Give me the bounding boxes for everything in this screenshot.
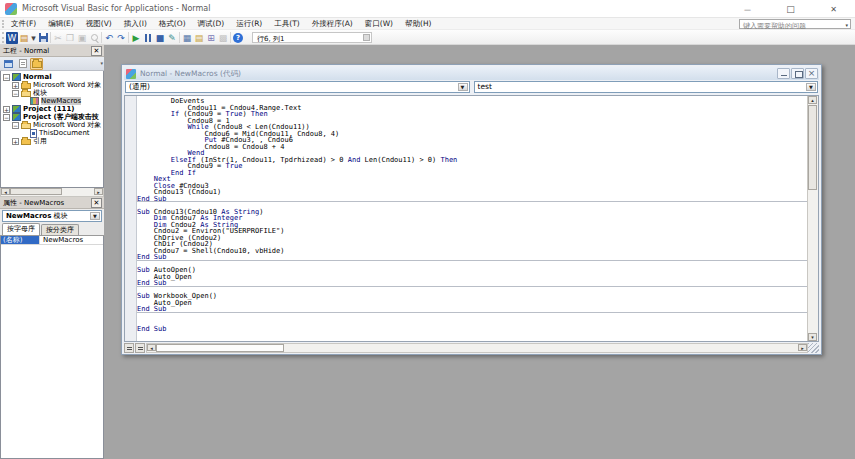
- properties-window-icon[interactable]: ▤: [193, 32, 205, 44]
- tree-item[interactable]: NewMacros: [1, 97, 103, 105]
- scroll-left-icon[interactable]: ◂: [1, 188, 10, 195]
- view-code-button[interactable]: [2, 58, 15, 70]
- toggle-folders-button[interactable]: [30, 58, 43, 70]
- collapse-icon[interactable]: −: [12, 90, 19, 97]
- redo-icon[interactable]: ↷: [115, 32, 127, 44]
- margin-indicator-bar[interactable]: [125, 96, 137, 341]
- tree-item-label: NewMacros: [41, 97, 81, 105]
- procedure-combo-value: test: [478, 82, 492, 91]
- property-name-cell[interactable]: (名称): [1, 236, 39, 244]
- tree-item[interactable]: −模块: [1, 89, 103, 97]
- help-search-box[interactable]: 键入需要帮助的问题 ▾: [739, 19, 851, 29]
- undo-icon[interactable]: ↶: [103, 32, 115, 44]
- find-icon[interactable]: [88, 32, 100, 44]
- property-row[interactable]: (名称)NewMacros: [1, 236, 103, 245]
- scroll-right-icon[interactable]: ▸: [798, 344, 807, 351]
- expand-icon[interactable]: +: [12, 138, 19, 145]
- insert-userform-icon[interactable]: ▤: [18, 32, 30, 44]
- collapse-icon[interactable]: −: [12, 122, 19, 129]
- menu-item-5[interactable]: 调试(D): [192, 18, 231, 30]
- scroll-up-icon[interactable]: ▴: [808, 96, 817, 104]
- panel-toolbar-overflow-icon[interactable]: ▾: [100, 60, 103, 66]
- design-mode-icon[interactable]: ✎: [166, 32, 178, 44]
- project-tree-hscrollbar[interactable]: ◂ ▸: [0, 188, 104, 197]
- minimize-button[interactable]: [726, 0, 769, 18]
- toolbar-grip[interactable]: [2, 32, 4, 43]
- hscroll-thumb[interactable]: [10, 188, 62, 195]
- toolbar-options-nub[interactable]: [363, 34, 370, 41]
- menu-item-2[interactable]: 视图(V): [80, 18, 118, 30]
- view-code-icon: [4, 60, 13, 68]
- save-icon[interactable]: [37, 32, 49, 44]
- object-selector-combo[interactable]: NewMacros 模块 ▼: [2, 210, 102, 222]
- code-window-titlebar[interactable]: Normal - NewMacros (代码): [124, 67, 819, 80]
- properties-tab-1[interactable]: 按分类序: [41, 224, 79, 235]
- tree-item[interactable]: +Microsoft Word 对象: [1, 81, 103, 89]
- code-window-minimize-icon[interactable]: [777, 68, 790, 79]
- expand-icon[interactable]: +: [12, 82, 19, 89]
- procedure-combo-dropdown-icon[interactable]: ▼: [806, 83, 816, 91]
- procedure-combo[interactable]: test ▼: [474, 81, 819, 93]
- vscroll-thumb[interactable]: [808, 105, 817, 190]
- menu-item-4[interactable]: 格式(O): [153, 18, 192, 30]
- object-combo[interactable]: (通用) ▼: [125, 81, 470, 93]
- code-window-bottom-bar: ◂ ▸: [124, 342, 819, 354]
- collapse-icon[interactable]: −: [3, 114, 10, 121]
- properties-panel: 属性 - NewMacros NewMacros 模块 ▼ 按字母序按分类序 (…: [0, 197, 104, 459]
- cut-icon[interactable]: ✂: [52, 32, 64, 44]
- menu-item-8[interactable]: 外接程序(A): [306, 18, 359, 30]
- reset-icon[interactable]: ■: [154, 32, 166, 44]
- close-button[interactable]: [812, 0, 855, 18]
- code-text-area[interactable]: DoEvents Cndou11 = Cndou4.Range.Text If …: [137, 96, 807, 341]
- collapse-icon[interactable]: −: [3, 74, 10, 81]
- hscroll-thumb[interactable]: [156, 344, 284, 352]
- object-combo-dropdown-icon[interactable]: ▼: [458, 83, 468, 91]
- code-line[interactable]: End Sub: [137, 326, 807, 333]
- resize-grip[interactable]: [808, 343, 819, 353]
- object-browser-icon[interactable]: ⊞: [205, 32, 217, 44]
- project-panel-close-icon[interactable]: [91, 46, 102, 56]
- menu-item-3[interactable]: 插入(I): [118, 18, 153, 30]
- code-hscrollbar[interactable]: ◂ ▸: [146, 343, 808, 353]
- help-search-dropdown-icon[interactable]: ▾: [845, 22, 848, 28]
- properties-panel-titlebar[interactable]: 属性 - NewMacros: [0, 197, 104, 209]
- view-word-icon[interactable]: W: [6, 32, 18, 44]
- scroll-right-icon[interactable]: ▸: [94, 188, 103, 195]
- menu-item-10[interactable]: 帮助(H): [399, 18, 438, 30]
- view-object-button[interactable]: [16, 58, 29, 70]
- scroll-down-icon[interactable]: ▾: [808, 333, 817, 341]
- project-panel-titlebar[interactable]: 工程 - Normal: [0, 45, 104, 57]
- menu-item-7[interactable]: 工具(T): [268, 18, 305, 30]
- tree-item[interactable]: +引用: [1, 137, 103, 145]
- expand-icon[interactable]: +: [3, 106, 10, 113]
- combo-dropdown-icon[interactable]: ▼: [90, 212, 100, 220]
- insert-dropdown-icon[interactable]: ▾: [30, 32, 37, 44]
- full-module-view-button[interactable]: [135, 343, 145, 353]
- tree-item[interactable]: ThisDocument: [1, 129, 103, 137]
- break-icon[interactable]: [142, 32, 154, 44]
- toolbox-icon[interactable]: ▩: [217, 32, 229, 44]
- code-window-restore-icon[interactable]: [791, 68, 804, 79]
- menu-item-0[interactable]: 文件(F): [5, 18, 42, 30]
- project-explorer-icon[interactable]: ▦: [181, 32, 193, 44]
- menu-item-9[interactable]: 窗口(W): [359, 18, 399, 30]
- object-browser-icon: ⊞: [207, 32, 215, 44]
- paste-icon[interactable]: ▣: [76, 32, 88, 44]
- scroll-left-icon[interactable]: ◂: [147, 344, 156, 351]
- property-value-cell[interactable]: NewMacros: [39, 236, 103, 244]
- properties-tab-0[interactable]: 按字母序: [2, 223, 40, 235]
- procedure-view-button[interactable]: [124, 343, 134, 353]
- run-icon[interactable]: ▶: [130, 32, 142, 44]
- maximize-button[interactable]: [769, 0, 812, 18]
- menu-item-6[interactable]: 运行(R): [230, 18, 268, 30]
- copy-icon[interactable]: ❐: [64, 32, 76, 44]
- code-vscrollbar[interactable]: ▴ ▾: [807, 96, 818, 341]
- menubar-grip[interactable]: [2, 20, 4, 28]
- menu-item-1[interactable]: 编辑(E): [42, 18, 80, 30]
- code-window-close-icon[interactable]: [805, 68, 818, 79]
- tree-item[interactable]: −Microsoft Word 对象: [1, 121, 103, 129]
- help-icon[interactable]: [232, 32, 244, 44]
- vba-editor-app: { "app": { "title": "Microsoft Visual Ba…: [0, 0, 855, 459]
- properties-panel-close-icon[interactable]: [91, 198, 102, 208]
- view-word-icon: W: [8, 32, 17, 44]
